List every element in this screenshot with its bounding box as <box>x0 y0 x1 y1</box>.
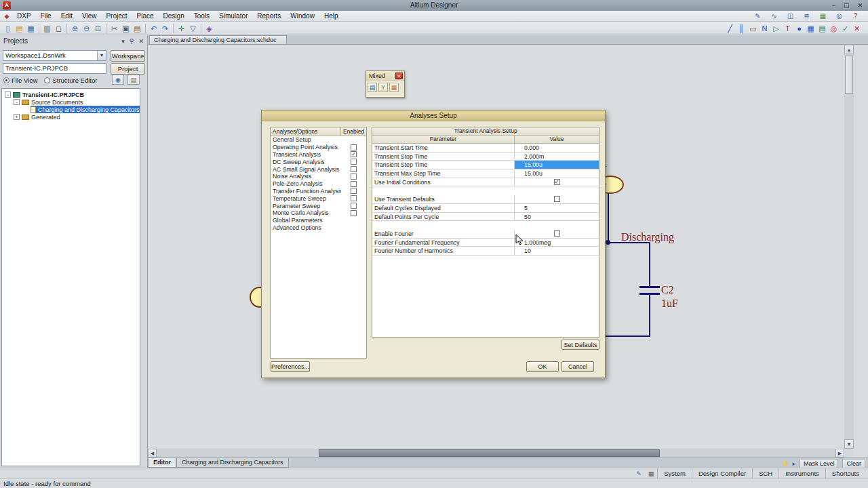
cross-probe-icon[interactable]: ✛ <box>176 23 187 34</box>
parameter-value-cell[interactable]: 10 <box>515 247 599 255</box>
scroll-left-icon[interactable]: ◀ <box>148 449 157 458</box>
horizontal-scroll-thumb[interactable] <box>319 449 660 457</box>
maximize-button[interactable]: ▢ <box>844 0 850 11</box>
browser-icon[interactable]: ◎ <box>833 12 845 22</box>
panel-button-system[interactable]: System <box>657 468 692 479</box>
probe-icon[interactable]: ◎ <box>828 23 840 34</box>
project-button[interactable]: Project <box>111 63 145 75</box>
place-part-icon[interactable]: ▭ <box>747 23 759 34</box>
pin-panel-icon[interactable]: ⚲ <box>130 38 134 45</box>
menu-item-project[interactable]: Project <box>101 11 132 22</box>
paste-icon[interactable]: ▤ <box>132 23 143 34</box>
analysis-row[interactable]: Monte Carlo Analysis <box>271 209 366 217</box>
place-wire-icon[interactable]: ╱ <box>724 23 736 34</box>
editor-tab-editor[interactable]: Editor <box>148 458 176 468</box>
zoom-in-icon[interactable]: ⊕ <box>69 23 81 34</box>
parameter-value-cell[interactable]: 2.000m <box>515 152 599 161</box>
menu-item-file[interactable]: File <box>36 11 56 22</box>
layers-icon[interactable]: ≣ <box>801 12 812 22</box>
redo-icon[interactable]: ↷ <box>159 23 171 34</box>
discharging-label[interactable]: Discharging <box>621 231 674 243</box>
wire-segment[interactable] <box>649 242 650 286</box>
tree-item[interactable]: Generated <box>22 113 140 121</box>
parameter-value-cell[interactable]: 5 <box>515 204 599 212</box>
tree-expander-icon[interactable]: + <box>14 114 20 120</box>
place-bus-icon[interactable]: ║ <box>736 23 747 34</box>
parameter-value-cell[interactable]: 0.000 <box>515 144 599 152</box>
tree-row[interactable]: +Generated <box>2 113 140 121</box>
analysis-row[interactable]: Global Parameters <box>271 217 366 224</box>
parameter-row[interactable]: Default Points Per Cycle50 <box>372 213 599 222</box>
enabled-checkbox[interactable] <box>351 159 357 165</box>
menu-item-simulator[interactable]: Simulator <box>214 11 252 22</box>
parameter-row[interactable]: Enable Fourier <box>372 230 599 239</box>
workspace-dropdown[interactable]: Workspace1.DsnWrk ▼ <box>3 50 106 61</box>
horizontal-scrollbar[interactable]: ◀ ▶ <box>148 449 844 458</box>
parameter-value-cell[interactable]: ✓ <box>515 178 599 186</box>
tree-item[interactable]: Source Documents <box>22 98 140 106</box>
menu-item-dxp[interactable]: DXP <box>12 11 36 22</box>
workspace-button[interactable]: Workspace <box>111 50 145 62</box>
parameter-value-cell[interactable]: 50 <box>515 213 599 221</box>
close-panel-icon[interactable]: ✕ <box>138 38 144 45</box>
next-error-icon[interactable]: ▸ <box>792 460 795 467</box>
show-open-docs-icon[interactable]: ◉ <box>112 75 124 85</box>
wire-segment[interactable] <box>649 295 650 336</box>
analysis-row[interactable]: Temperature Sweep <box>271 195 366 202</box>
parameter-value-cell[interactable]: 15.00u <box>515 169 599 178</box>
tree-expander-icon[interactable]: - <box>5 92 11 98</box>
menu-item-edit[interactable]: Edit <box>56 11 77 22</box>
menu-item-window[interactable]: Window <box>285 11 319 22</box>
clear-button[interactable]: Clear <box>842 459 865 468</box>
minimize-button[interactable]: – <box>832 0 835 11</box>
analysis-row[interactable]: DC Sweep Analysis <box>271 158 366 165</box>
parameter-row[interactable]: Fourier Fundamental Frequency1.000meg <box>372 239 599 247</box>
save-icon[interactable]: ▦ <box>25 23 37 34</box>
parameter-row[interactable]: Transient Start Time0.000 <box>372 144 599 152</box>
tree-row[interactable]: -Source Documents <box>2 98 140 106</box>
menu-item-design[interactable]: Design <box>159 11 189 22</box>
close-button[interactable]: ✕ <box>857 0 863 11</box>
zoom-out-icon[interactable]: ⊖ <box>81 23 92 34</box>
analysis-row[interactable]: Noise Analysis <box>271 173 366 180</box>
enabled-checkbox[interactable] <box>351 203 357 209</box>
editor-tab-charging-and-discharging-capacitors[interactable]: Charging and Discharging Capacitors <box>176 458 289 468</box>
cut-icon[interactable]: ✂ <box>108 23 120 34</box>
ok-button[interactable]: OK <box>526 361 559 372</box>
menu-item-view[interactable]: View <box>77 11 102 22</box>
parameter-row[interactable]: Transient Step Time15.00u <box>372 161 599 169</box>
place-port-icon[interactable]: ▷ <box>770 23 782 34</box>
menu-item-tools[interactable]: Tools <box>189 11 214 22</box>
scroll-up-icon[interactable]: ▲ <box>844 45 854 54</box>
add-wave-icon[interactable]: Y <box>378 83 388 92</box>
analysis-row[interactable]: Parameter Sweep <box>271 202 366 209</box>
panel-button-sch[interactable]: SCH <box>752 468 778 479</box>
net-label-icon[interactable]: N <box>759 23 770 34</box>
cancel-button[interactable]: Cancel <box>561 361 594 372</box>
enabled-checkbox[interactable] <box>351 144 357 150</box>
radio-structure-editor[interactable]: Structure Editor <box>44 77 97 84</box>
doc-options-icon[interactable]: ▤ <box>127 75 140 85</box>
tree-item[interactable]: Transient-IC.PRJPCB <box>13 91 140 98</box>
enabled-checkbox[interactable]: ✓ <box>351 151 357 157</box>
parameter-row[interactable]: Transient Max Step Time15.00u <box>372 169 599 178</box>
menu-item-reports[interactable]: Reports <box>252 11 285 22</box>
analysis-row[interactable]: Advanced Options <box>271 224 366 232</box>
power-port-icon[interactable]: T <box>782 23 793 34</box>
close-icon[interactable]: ✕ <box>395 73 403 79</box>
enabled-checkbox[interactable] <box>351 188 357 194</box>
parameter-value-cell[interactable] <box>515 230 599 238</box>
analysis-row[interactable]: Transfer Function Analysis <box>271 188 366 195</box>
waveform-icon[interactable]: ∿ <box>768 12 780 22</box>
panel-button-instruments[interactable]: Instruments <box>778 468 825 479</box>
tree-row[interactable]: Charging and Discharging Capacitors - <box>2 106 140 113</box>
value-checkbox[interactable]: ✓ <box>554 179 560 185</box>
menu-item-place[interactable]: Place <box>132 11 159 22</box>
compare-icon[interactable]: ◫ <box>785 12 796 22</box>
radio-icon[interactable] <box>3 77 9 83</box>
parameter-row[interactable]: Default Cycles Displayed5 <box>372 204 599 213</box>
value-checkbox[interactable] <box>554 196 560 202</box>
scroll-down-icon[interactable]: ▼ <box>844 439 854 449</box>
annotate-icon[interactable]: ✎ <box>752 12 764 22</box>
analysis-row[interactable]: General Setup <box>271 136 366 144</box>
